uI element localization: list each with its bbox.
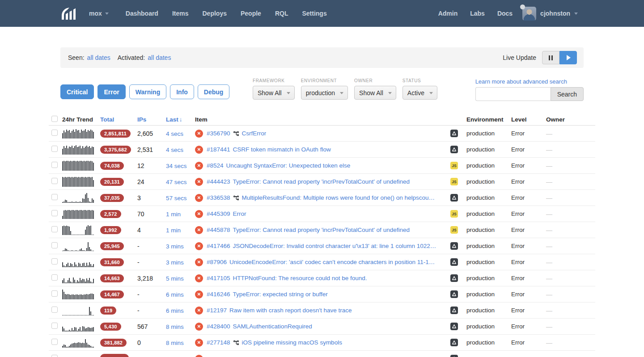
last-seen-link[interactable]: 1 min [166, 211, 181, 218]
item-link[interactable]: #8524 Uncaught SyntaxError: Unexpected t… [207, 162, 350, 169]
total-count-badge[interactable]: 3,375,682 [100, 146, 131, 154]
row-checkbox[interactable] [51, 242, 58, 248]
last-seen-link[interactable]: 5 mins [166, 275, 184, 282]
row-checkbox[interactable] [51, 130, 58, 136]
rollbar-logo-icon [60, 7, 77, 20]
item-link[interactable]: #417105 HTTPNotFound: The resource could… [207, 275, 367, 281]
row-checkbox[interactable] [51, 146, 58, 152]
severity-warning-button[interactable]: Warning [129, 84, 166, 99]
row-checkbox[interactable] [51, 162, 58, 168]
row-checkbox[interactable] [51, 290, 58, 297]
item-link[interactable]: #356790 CsrfError [207, 130, 266, 137]
last-seen-link[interactable]: 4 secs [166, 130, 183, 137]
rollbar-logo[interactable] [60, 7, 77, 20]
owner-value: — [546, 227, 595, 234]
row-checkbox[interactable] [51, 274, 58, 281]
level-value: Error [511, 291, 546, 298]
severity-debug-button[interactable]: Debug [198, 84, 230, 99]
last-seen-link[interactable]: 6 mins [166, 291, 184, 298]
filter-status-dropdown[interactable]: Active [402, 86, 437, 100]
row-checkbox[interactable] [51, 307, 58, 313]
last-seen-link[interactable]: 8 mins [166, 340, 184, 346]
total-count-badge[interactable]: 2,851,811 [100, 130, 131, 138]
nav-link-deploys[interactable]: Deploys [203, 10, 227, 17]
total-count-badge[interactable]: 119 [100, 307, 116, 315]
row-checkbox[interactable] [51, 226, 58, 232]
nav-link-settings[interactable]: Settings [302, 10, 326, 17]
filter-environment-dropdown[interactable]: production [301, 86, 348, 100]
severity-error-button[interactable]: Error [97, 84, 125, 99]
filter-owner-dropdown[interactable]: Show All [354, 86, 396, 100]
item-link[interactable]: #416246 TypeError: expected string or bu… [207, 291, 328, 298]
last-seen-link[interactable]: 3 mins [166, 243, 184, 250]
item-link[interactable]: #87906 UnicodeEncodeError: 'ascii' codec… [207, 259, 435, 265]
total-count-badge[interactable]: 31,660 [100, 258, 124, 266]
item-counter: #428400 [207, 323, 230, 330]
trend-sparkline [62, 225, 94, 235]
col-header-ips[interactable]: IPs [137, 116, 166, 123]
last-seen-link[interactable]: 3 mins [166, 259, 184, 266]
total-count-badge[interactable]: 14,663 [100, 274, 124, 282]
nav-link-rql[interactable]: RQL [275, 10, 288, 17]
col-header-total[interactable]: Total [100, 116, 137, 123]
row-checkbox[interactable] [51, 210, 58, 216]
nav-link-items[interactable]: Items [172, 10, 189, 17]
total-count-badge[interactable]: 37,035 [100, 194, 124, 202]
row-checkbox[interactable] [51, 194, 58, 200]
environment-value: production [466, 323, 511, 330]
advanced-search-link[interactable]: Learn more about advanced search [475, 78, 584, 85]
search-button[interactable]: Search [551, 87, 584, 101]
play-button[interactable] [559, 51, 577, 64]
seen-all-dates-link[interactable]: all dates [87, 54, 110, 61]
total-count-badge[interactable] [100, 354, 129, 357]
nav-link-people[interactable]: People [241, 10, 261, 17]
filter-framework-dropdown[interactable]: Show All [253, 86, 295, 100]
severity-critical-button[interactable]: Critical [60, 84, 94, 99]
total-count-badge[interactable]: 20,131 [100, 178, 124, 186]
nav-link-admin[interactable]: Admin [438, 10, 458, 17]
ips-count: - [137, 259, 166, 266]
row-checkbox[interactable] [51, 355, 58, 357]
item-link[interactable]: #445309 Error [207, 210, 246, 217]
row-checkbox[interactable] [51, 323, 58, 329]
item-link[interactable]: #444423 TypeError: Cannot read property … [207, 178, 410, 185]
row-checkbox[interactable] [51, 258, 58, 265]
search-input[interactable] [475, 87, 551, 101]
row-checkbox[interactable] [51, 339, 58, 345]
total-count-badge[interactable]: 25,945 [100, 242, 124, 250]
total-count-badge[interactable]: 74,038 [100, 162, 124, 170]
pause-button[interactable] [542, 51, 559, 64]
total-count-badge[interactable]: 381,882 [100, 339, 127, 347]
user-menu[interactable]: cjohnston [522, 7, 578, 21]
last-seen-link[interactable]: 1 min [166, 227, 181, 234]
row-checkbox[interactable] [51, 178, 58, 184]
total-count-badge[interactable]: 5,430 [100, 323, 121, 331]
total-count-badge[interactable]: 2,572 [100, 210, 121, 218]
item-link[interactable]: #417466 JSONDecodeError: Invalid control… [207, 243, 436, 249]
select-all-checkbox[interactable] [51, 116, 58, 122]
last-seen-link[interactable]: 47 secs [166, 179, 187, 185]
item-link[interactable]: #187441 CSRF token mismatch in OAuth flo… [207, 146, 331, 153]
last-seen-link[interactable]: 6 mins [166, 307, 184, 314]
item-link[interactable]: #445878 TypeError: Cannot read property … [207, 227, 410, 233]
last-seen-link[interactable]: 34 secs [166, 163, 187, 169]
last-seen-link[interactable]: 57 secs [166, 195, 187, 202]
total-count-badge[interactable]: 14,467 [100, 290, 124, 298]
last-seen-link[interactable]: 4 secs [166, 147, 183, 153]
nav-link-labs[interactable]: Labs [470, 10, 485, 17]
nav-link-dashboard[interactable]: Dashboard [126, 10, 158, 17]
item-link[interactable]: #12197 Raw item with crash report doesn'… [207, 307, 352, 314]
activated-all-dates-link[interactable]: all dates [148, 54, 171, 61]
item-link[interactable]: #277148 iOS pipeline missing macOS symbo… [207, 339, 342, 346]
last-seen-link[interactable]: 8 mins [166, 323, 184, 330]
project-switcher[interactable]: mox [89, 10, 109, 17]
total-count-badge[interactable]: 1,992 [100, 226, 121, 234]
nav-link-docs[interactable]: Docs [497, 10, 513, 17]
severity-info-button[interactable]: Info [170, 84, 194, 99]
item-link[interactable]: #336538 MultipleResultsFound: Multiple r… [207, 194, 435, 201]
ips-count: 3 [137, 194, 166, 202]
level-value: Error [511, 323, 546, 330]
item-link[interactable]: #428400 SAMLAuthenticationRequired [207, 323, 312, 330]
col-header-last[interactable]: Last↓ [166, 116, 195, 123]
table-row: 31,660 - 3 mins ✕ #87906 UnicodeEncodeEr… [49, 254, 595, 270]
